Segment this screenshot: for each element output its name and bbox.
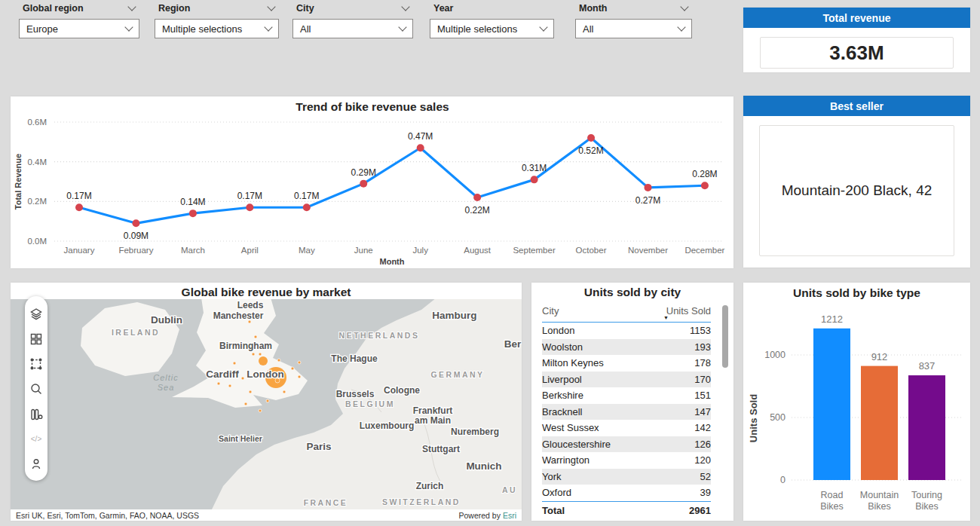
data-label: 0.28M bbox=[692, 169, 717, 179]
map-dot[interactable] bbox=[266, 399, 269, 402]
map-label-cologne: Cologne bbox=[384, 385, 420, 396]
table-row-bracknell[interactable]: Bracknell 147 bbox=[542, 404, 711, 420]
esri-link[interactable]: Esri bbox=[503, 511, 516, 520]
data-label: 0.22M bbox=[464, 205, 489, 216]
slicer-header: Global region bbox=[19, 2, 139, 15]
powered-by-text: Powered by bbox=[458, 511, 500, 520]
data-label: 0.17M bbox=[294, 191, 319, 201]
data-point-july[interactable] bbox=[417, 144, 424, 151]
map-dot[interactable] bbox=[244, 402, 247, 405]
x-tick: Bikes bbox=[915, 501, 939, 512]
map-dot[interactable] bbox=[298, 375, 301, 378]
data-point-march[interactable] bbox=[189, 209, 197, 217]
column-header-city[interactable]: City bbox=[542, 305, 559, 317]
map-toolbar: </> bbox=[25, 296, 47, 481]
map-dot[interactable] bbox=[252, 353, 255, 356]
map-label-dublin: Dublin bbox=[151, 314, 182, 326]
data-point-september[interactable] bbox=[531, 176, 538, 183]
map-tool-extent-select[interactable] bbox=[25, 351, 47, 376]
map-dot[interactable] bbox=[259, 353, 262, 356]
map-tool-account[interactable] bbox=[25, 451, 47, 476]
line-chart[interactable]: Trend of bike revenue sales0.0M0.2M0.4M0… bbox=[11, 96, 733, 268]
table-row-liverpool[interactable]: Liverpool 170 bbox=[542, 372, 711, 388]
cell-units: 193 bbox=[694, 341, 711, 353]
map-dot[interactable] bbox=[298, 361, 301, 364]
x-tick: December bbox=[684, 246, 724, 255]
table-row-york[interactable]: York 52 bbox=[542, 469, 711, 485]
map-title: Global bike revenue by market bbox=[11, 286, 522, 299]
cell-city: Warrington bbox=[542, 454, 590, 466]
data-point-january[interactable] bbox=[75, 203, 83, 211]
map-dot[interactable] bbox=[233, 362, 236, 365]
map-dot[interactable] bbox=[249, 390, 252, 393]
data-point-february[interactable] bbox=[132, 219, 139, 227]
table-row-west-sussex[interactable]: West Sussex 142 bbox=[542, 420, 711, 436]
table-row-oxford[interactable]: Oxford 39 bbox=[542, 485, 711, 501]
cell-city: Berkshire bbox=[542, 390, 583, 401]
chevron-down-icon[interactable] bbox=[267, 2, 275, 11]
data-point-november[interactable] bbox=[645, 184, 652, 191]
table-row-warrington[interactable]: Warrington 120 bbox=[542, 452, 711, 469]
map-label-london: London bbox=[247, 369, 283, 380]
data-point-may[interactable] bbox=[303, 203, 311, 211]
map-label-the-hague: The Hague bbox=[331, 353, 378, 364]
data-point-april[interactable] bbox=[246, 203, 253, 211]
sort-descending-icon[interactable]: ▼ bbox=[663, 315, 669, 320]
x-tick: August bbox=[464, 246, 492, 255]
slicer-dropdown-city[interactable]: All bbox=[292, 19, 413, 38]
data-label: 0.27M bbox=[635, 195, 660, 206]
chevron-down-icon bbox=[677, 23, 685, 31]
table-row-woolston[interactable]: Woolston 193 bbox=[542, 339, 711, 356]
table-row-london[interactable]: London 1153 bbox=[542, 323, 711, 339]
slicer-dropdown-global-region[interactable]: Europe bbox=[19, 19, 139, 38]
bar-mountain-bikes[interactable] bbox=[861, 366, 898, 480]
x-axis-title: Month bbox=[380, 257, 405, 266]
data-point-october[interactable] bbox=[587, 134, 595, 142]
map-tool-search[interactable] bbox=[25, 376, 47, 401]
map-tool-bar-chart[interactable] bbox=[25, 401, 47, 426]
chevron-down-icon[interactable] bbox=[127, 2, 136, 11]
total-revenue-card: Total revenue 3.63M bbox=[743, 8, 970, 72]
map-dot[interactable] bbox=[241, 377, 244, 380]
table-row-milton-keynes[interactable]: Milton Keynes 178 bbox=[542, 355, 711, 372]
map-tool-layers[interactable] bbox=[25, 301, 47, 326]
map-label-birmingham: Birmingham bbox=[219, 341, 272, 351]
slicer-dropdown-region[interactable]: Multiple selections bbox=[155, 19, 279, 38]
map-label-luxembourg: Luxembourg bbox=[360, 420, 415, 431]
map-canvas[interactable]: LeedsManchesterDublinIRELANDHamburgNETHE… bbox=[11, 299, 522, 509]
table-row-gloucestershire[interactable]: Gloucestershire 126 bbox=[542, 436, 711, 453]
bar-chart[interactable]: Units sold by bike type050010001212RoadB… bbox=[743, 283, 970, 521]
bar-chart-title: Units sold by bike type bbox=[793, 286, 920, 299]
bar-road-bikes[interactable] bbox=[813, 329, 850, 480]
chevron-down-icon[interactable] bbox=[680, 2, 688, 11]
extent-select-icon bbox=[29, 357, 43, 371]
bar-touring-bikes[interactable] bbox=[908, 375, 945, 480]
map-dot[interactable] bbox=[291, 367, 294, 370]
data-label: 0.47M bbox=[408, 131, 433, 142]
data-point-december[interactable] bbox=[701, 182, 709, 189]
table-row-berkshire[interactable]: Berkshire 151 bbox=[542, 387, 711, 404]
map-label-switzerland: SWITZERLAND bbox=[382, 497, 461, 506]
map-svg[interactable]: LeedsManchesterDublinIRELANDHamburgNETHE… bbox=[11, 299, 522, 509]
map-dot[interactable] bbox=[228, 384, 231, 387]
powerbi-dashboard: Global region Europe Region Multiple sel… bbox=[0, 0, 980, 526]
map-tool-basemap-gallery[interactable] bbox=[25, 326, 47, 351]
slicer-dropdown-month[interactable]: All bbox=[575, 19, 692, 38]
data-point-august[interactable] bbox=[473, 194, 481, 201]
map-dot[interactable] bbox=[217, 382, 220, 385]
x-tick: Bikes bbox=[820, 501, 844, 512]
slicer-dropdown-year[interactable]: Multiple selections bbox=[430, 19, 554, 38]
x-tick: June bbox=[354, 246, 373, 255]
column-header-units-sold[interactable]: Units Sold bbox=[666, 305, 711, 317]
cell-units: 39 bbox=[700, 487, 711, 498]
map-dot[interactable] bbox=[283, 390, 286, 393]
table-scrollbar[interactable] bbox=[722, 305, 728, 368]
map-dot[interactable] bbox=[277, 359, 280, 362]
map-tool-code[interactable]: </> bbox=[25, 426, 47, 451]
data-point-june[interactable] bbox=[360, 180, 367, 188]
map-bubble-cluster[interactable] bbox=[259, 356, 268, 365]
map-dot[interactable] bbox=[259, 409, 262, 412]
chevron-down-icon[interactable] bbox=[401, 2, 409, 11]
slicer-header: Region bbox=[155, 2, 279, 15]
map-dot[interactable] bbox=[254, 335, 257, 338]
